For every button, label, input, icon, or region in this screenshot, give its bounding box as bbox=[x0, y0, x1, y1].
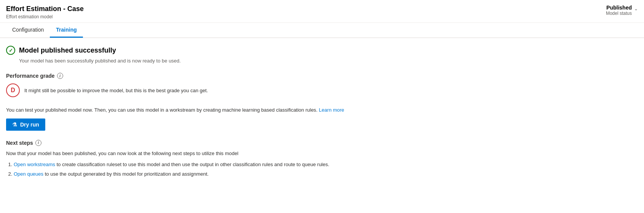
header-right[interactable]: Published Model status ⌄ bbox=[606, 5, 638, 16]
header: Effort Estimation - Case Effort estimati… bbox=[0, 0, 644, 23]
tab-training[interactable]: Training bbox=[50, 23, 83, 38]
tabs-container: Configuration Training bbox=[0, 23, 644, 38]
test-section: You can test your published model now. T… bbox=[6, 106, 638, 131]
grade-row: D It might still be possible to improve … bbox=[6, 83, 638, 97]
test-text: You can test your published model now. T… bbox=[6, 106, 638, 114]
grade-description: It might still be possible to improve th… bbox=[24, 88, 208, 93]
performance-grade-info-icon[interactable]: i bbox=[57, 73, 63, 79]
header-left: Effort Estimation - Case Effort estimati… bbox=[6, 5, 84, 19]
model-status-label: Model status bbox=[606, 11, 632, 16]
page-title: Effort Estimation - Case bbox=[6, 5, 84, 13]
dry-run-button[interactable]: ⚗ Dry run bbox=[6, 119, 45, 131]
page-subtitle: Effort estimation model bbox=[6, 14, 84, 19]
published-status: Published bbox=[606, 5, 632, 11]
success-title: Model published successfully bbox=[19, 46, 116, 54]
next-steps-description: Now that your model has been published, … bbox=[6, 151, 638, 156]
success-header: Model published successfully bbox=[6, 46, 638, 55]
performance-grade-section: Performance grade i D It might still be … bbox=[6, 73, 638, 97]
list-item: Open workstreams to create classificatio… bbox=[14, 161, 638, 168]
next-steps-info-icon[interactable]: i bbox=[35, 140, 41, 146]
flask-icon: ⚗ bbox=[12, 122, 17, 128]
header-right-text: Published Model status bbox=[606, 5, 632, 16]
chevron-down-icon[interactable]: ⌄ bbox=[634, 6, 638, 11]
open-workstreams-link[interactable]: Open workstreams bbox=[14, 162, 57, 167]
next-steps-list: Open workstreams to create classificatio… bbox=[6, 161, 638, 178]
tab-configuration[interactable]: Configuration bbox=[6, 23, 50, 38]
main-content: Model published successfully Your model … bbox=[0, 38, 644, 188]
performance-grade-label: Performance grade i bbox=[6, 73, 638, 79]
next-steps-section: Next steps i Now that your model has bee… bbox=[6, 140, 638, 178]
list-item: Open queues to use the output generated … bbox=[14, 170, 638, 178]
open-queues-link[interactable]: Open queues bbox=[14, 171, 45, 177]
success-icon bbox=[6, 46, 15, 55]
success-description: Your model has been successfully publish… bbox=[19, 58, 638, 64]
learn-more-link[interactable]: Learn more bbox=[319, 107, 344, 113]
next-steps-label: Next steps i bbox=[6, 140, 638, 146]
grade-badge: D bbox=[6, 83, 20, 97]
